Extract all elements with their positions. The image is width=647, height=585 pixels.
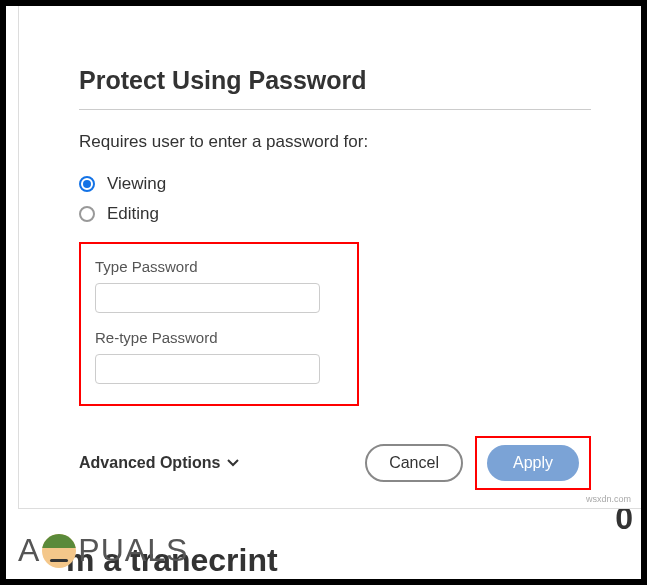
dialog-buttons: Cancel Apply [365,436,591,490]
advanced-options-label: Advanced Options [79,454,220,472]
radio-editing-label: Editing [107,204,159,224]
watermark-text: wsxdn.com [586,494,631,504]
password-protect-dialog: Protect Using Password Requires user to … [18,6,641,509]
retype-password-label: Re-type Password [95,329,343,346]
title-divider [79,109,591,110]
password-label: Type Password [95,258,343,275]
radio-selected-icon [79,176,95,192]
retype-password-input[interactable] [95,354,320,384]
logo-suffix: PUALS [78,532,188,569]
dialog-subtitle: Requires user to enter a password for: [79,132,591,152]
cancel-button[interactable]: Cancel [365,444,463,482]
appuals-logo: A PUALS [18,532,188,569]
logo-prefix: A [18,532,40,569]
dialog-title: Protect Using Password [79,66,591,95]
radio-editing[interactable]: Editing [79,204,591,224]
password-fields-highlight: Type Password Re-type Password [79,242,359,406]
advanced-options-toggle[interactable]: Advanced Options [79,454,240,472]
radio-viewing[interactable]: Viewing [79,174,591,194]
dialog-footer: Advanced Options Cancel Apply [79,436,591,490]
apply-button-highlight: Apply [475,436,591,490]
logo-head-icon [42,534,76,568]
chevron-down-icon [226,454,240,472]
radio-unselected-icon [79,206,95,222]
password-input[interactable] [95,283,320,313]
apply-button[interactable]: Apply [487,445,579,481]
permission-radio-group: Viewing Editing [79,174,591,224]
radio-viewing-label: Viewing [107,174,166,194]
